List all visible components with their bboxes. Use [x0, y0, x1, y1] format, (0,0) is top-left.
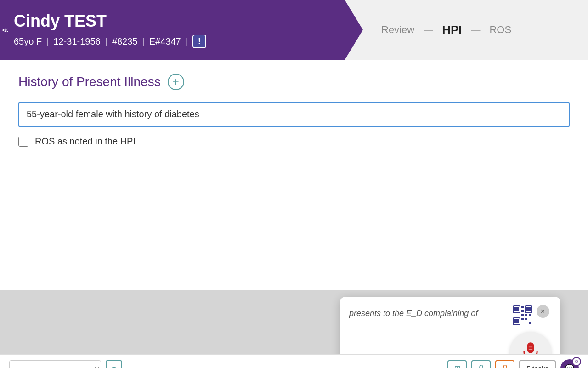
svg-rect-11 [521, 318, 524, 320]
alert-icon: ! [198, 37, 201, 46]
bottom-toolbar: ▾ ⊞ 0 0 5 tasks 💬 0 [0, 354, 588, 368]
teal-count: 0 [479, 363, 483, 368]
toolbar-dropdown[interactable] [9, 360, 101, 368]
tasks-count-orange-button[interactable]: 0 [495, 360, 514, 368]
chevron-icon: ≪ [2, 26, 9, 34]
patient-name: Cindy TEST [14, 12, 335, 31]
svg-rect-10 [529, 314, 531, 316]
chat-button[interactable]: 💬 0 [560, 359, 579, 368]
patient-details: 65yo F | 12-31-1956 | #8235 | E#4347 | ! [14, 34, 335, 48]
plus-icon: + [173, 75, 179, 88]
ros-checkbox[interactable] [18, 137, 28, 147]
alert-badge[interactable]: ! [192, 34, 206, 48]
qr-icon [512, 305, 533, 326]
voice-close-button[interactable]: × [537, 305, 549, 318]
svg-rect-5 [514, 319, 519, 323]
bottom-area: presents to the E_D complaining of [0, 290, 588, 368]
patient-banner: Cindy TEST 65yo F | 12-31-1956 | #8235 |… [0, 0, 363, 60]
ros-checkbox-row: ROS as noted in the HPI [18, 136, 570, 147]
add-hpi-button[interactable]: + [168, 74, 184, 90]
section-title: History of Present Illness [18, 75, 161, 89]
svg-rect-7 [521, 310, 524, 312]
close-icon: × [541, 307, 545, 316]
grid-icon: ⊞ [454, 364, 460, 368]
svg-rect-3 [526, 307, 531, 311]
orange-count: 0 [503, 363, 507, 368]
header: ≪ Cindy TEST 65yo F | 12-31-1956 | #8235… [0, 0, 588, 60]
chat-badge: 0 [572, 357, 581, 366]
svg-rect-8 [521, 314, 524, 316]
tasks-label: 5 tasks [526, 364, 548, 368]
voice-transcript: presents to the E_D complaining of [349, 305, 505, 320]
encounter-id: E#4347 [149, 36, 181, 47]
svg-rect-12 [525, 318, 527, 320]
patient-dob: 12-31-1956 [53, 36, 100, 47]
hpi-input[interactable] [18, 102, 570, 127]
collapse-toggle[interactable]: ≪ [0, 18, 10, 41]
svg-rect-13 [529, 322, 531, 324]
tab-ros[interactable]: ROS [489, 24, 511, 36]
svg-rect-6 [521, 306, 524, 308]
tab-review[interactable]: Review [381, 24, 414, 36]
ros-checkbox-label: ROS as noted in the HPI [35, 136, 136, 147]
svg-rect-9 [525, 314, 527, 316]
patient-id: #8235 [112, 36, 138, 47]
chat-count: 0 [575, 359, 578, 364]
patient-age: 65yo F [14, 36, 42, 47]
section-header: History of Present Illness + [18, 74, 570, 90]
tasks-count-teal-button[interactable]: 0 [471, 360, 491, 368]
grid-button[interactable]: ⊞ [447, 360, 467, 368]
tab-hpi[interactable]: HPI [442, 23, 462, 37]
nav-tabs: Review — HPI — ROS [363, 23, 530, 37]
tasks-button[interactable]: 5 tasks [519, 360, 556, 368]
toolbar-dropdown-btn[interactable]: ▾ [106, 360, 122, 368]
svg-rect-14 [527, 342, 534, 353]
main-content: History of Present Illness + ROS as note… [0, 60, 588, 290]
svg-rect-1 [514, 307, 519, 311]
chevron-down-icon: ▾ [112, 364, 116, 368]
